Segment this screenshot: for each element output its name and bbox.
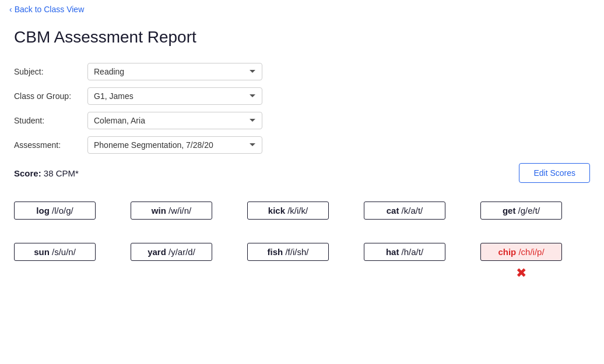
word-card-word-kick: kick /k/i/k/	[247, 202, 329, 220]
subject-label: Subject:	[14, 67, 78, 76]
word-box-word-get: get /g/e/t/	[480, 202, 562, 220]
word-box-word-cat: cat /k/a/t/	[364, 202, 445, 220]
word-card-word-yard: yard /y/ar/d/	[131, 243, 212, 281]
word-bold: cat	[387, 206, 399, 215]
word-card-word-win: win /w/i/n/	[131, 202, 212, 220]
word-box-error-word-chip: chip /ch/i/p/	[480, 243, 562, 261]
back-to-class-link[interactable]: ‹ Back to Class View	[9, 5, 84, 14]
class-group-select[interactable]: G1, James	[87, 87, 262, 105]
word-bold: log	[36, 206, 50, 215]
word-box-word-hat: hat /h/a/t/	[364, 243, 445, 261]
word-card-word-fish: fish /f/i/sh/	[247, 243, 329, 281]
main-content: CBM Assessment Report Student ID: 8ACEB4…	[0, 19, 604, 295]
assessment-select[interactable]: Phoneme Segmentation, 7/28/20	[87, 136, 262, 154]
word-bold: chip	[498, 247, 516, 257]
word-bold: sun	[34, 247, 50, 257]
word-box-word-yard: yard /y/ar/d/	[131, 243, 212, 261]
score-label: Score:	[14, 168, 41, 178]
word-phoneme: /k/a/t/	[399, 206, 423, 215]
back-chevron-icon: ‹	[9, 5, 12, 14]
word-bold: yard	[148, 247, 166, 257]
subject-row: Subject: Reading Math	[14, 63, 305, 80]
word-box-word-win: win /w/i/n/	[131, 202, 212, 220]
word-phoneme: /y/ar/d/	[166, 247, 195, 257]
word-phoneme: /g/e/t/	[515, 206, 540, 215]
word-bold: hat	[386, 247, 399, 257]
word-bold: get	[503, 206, 516, 215]
word-card-word-sun: sun /s/u/n/	[14, 243, 96, 281]
back-label: Back to Class View	[15, 5, 85, 14]
score-row: Score: 38 CPM* Edit Scores	[14, 163, 590, 183]
word-card-word-hat: hat /h/a/t/	[364, 243, 445, 281]
words-grid: log /l/o/g/win /w/i/n/kick /k/i/k/cat /k…	[14, 202, 590, 281]
class-group-label: Class or Group:	[14, 91, 78, 101]
word-card-word-get: get /g/e/t/	[480, 202, 562, 220]
page-title: CBM Assessment Report	[14, 28, 196, 47]
student-row: Student: Coleman, Aria	[14, 112, 305, 129]
word-bold: fish	[268, 247, 283, 257]
word-phoneme: /w/i/n/	[166, 206, 191, 215]
word-phoneme: /l/o/g/	[50, 206, 73, 215]
top-nav: ‹ Back to Class View	[0, 0, 604, 19]
assessment-row: Assessment: Phoneme Segmentation, 7/28/2…	[14, 136, 305, 154]
word-phoneme: /s/u/n/	[50, 247, 76, 257]
edit-scores-button[interactable]: Edit Scores	[519, 163, 590, 183]
student-select[interactable]: Coleman, Aria	[87, 112, 262, 129]
class-group-row: Class or Group: G1, James	[14, 87, 305, 105]
word-phoneme: /ch/i/p/	[516, 247, 544, 257]
word-phoneme: /h/a/t/	[399, 247, 423, 257]
word-bold: win	[152, 206, 166, 215]
word-box-word-log: log /l/o/g/	[14, 202, 96, 220]
student-label: Student:	[14, 116, 78, 125]
word-box-word-kick: kick /k/i/k/	[247, 202, 329, 220]
subject-select[interactable]: Reading Math	[87, 63, 262, 80]
word-phoneme: /f/i/sh/	[283, 247, 308, 257]
error-x-icon: ✖	[516, 266, 526, 281]
header-row: CBM Assessment Report Student ID: 8ACEB4…	[14, 28, 590, 61]
score-display: Score: 38 CPM*	[14, 168, 79, 178]
assessment-label: Assessment:	[14, 140, 78, 150]
score-value: 38 CPM*	[44, 168, 79, 178]
word-card-word-log: log /l/o/g/	[14, 202, 96, 220]
word-phoneme: /k/i/k/	[285, 206, 308, 215]
form-section: Subject: Reading Math Class or Group: G1…	[14, 63, 305, 154]
word-box-word-sun: sun /s/u/n/	[14, 243, 96, 261]
word-card-word-cat: cat /k/a/t/	[364, 202, 445, 220]
word-bold: kick	[268, 206, 285, 215]
word-card-word-chip: chip /ch/i/p/✖	[480, 243, 562, 281]
word-box-word-fish: fish /f/i/sh/	[247, 243, 329, 261]
